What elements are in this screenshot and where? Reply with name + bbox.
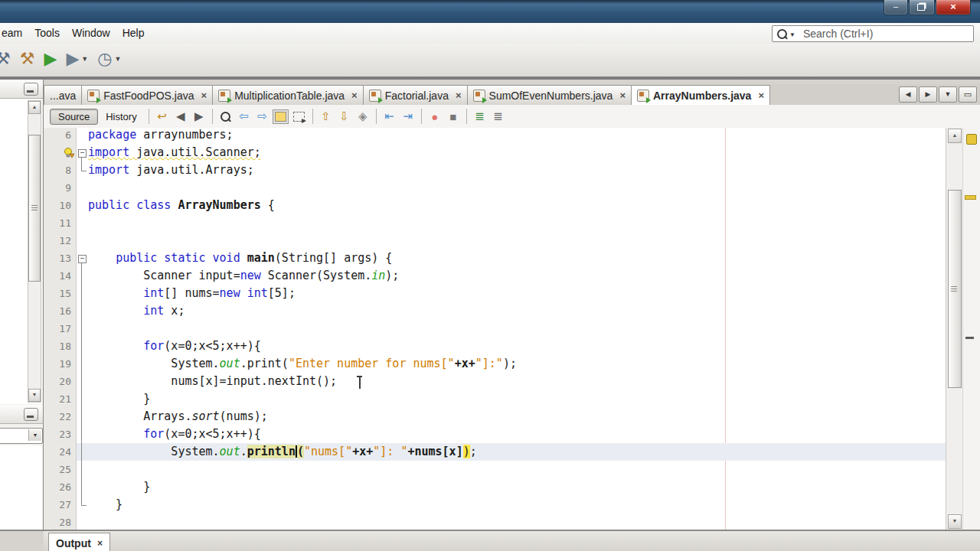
find-previous-icon[interactable]: ⇦ xyxy=(235,107,253,126)
scroll-up-icon[interactable]: ▲ xyxy=(948,129,962,143)
stop-macro-recording-icon[interactable]: ■ xyxy=(444,107,462,126)
code-line[interactable]: 11 xyxy=(44,214,946,232)
code-line[interactable]: 13− public static void main(String[] arg… xyxy=(44,249,946,267)
sidebar-scrollbar[interactable]: ▲ ▼ xyxy=(28,100,41,403)
close-icon[interactable]: × xyxy=(351,90,358,101)
tab-fastfoodpos-java[interactable]: FastFoodPOS.java× xyxy=(82,85,213,106)
source-view-button[interactable]: Source xyxy=(50,109,98,125)
menu-item-team[interactable]: eam xyxy=(0,23,28,39)
close-button[interactable]: × xyxy=(936,0,971,15)
code-line[interactable]: 27 } xyxy=(44,496,946,514)
next-bookmark-icon[interactable]: ⇩ xyxy=(335,107,354,126)
code-line[interactable]: 23 for(x=0;x<5;x++){ xyxy=(44,425,946,443)
code-line[interactable]: 9 xyxy=(44,179,946,197)
fold-collapse-icon[interactable]: − xyxy=(78,149,87,158)
code-line[interactable]: 24 System.out.println("nums["+x+"]: "+nu… xyxy=(44,443,946,461)
previous-bookmark-icon[interactable]: ⇧ xyxy=(317,107,335,126)
dropdown-caret-icon[interactable]: ▼ xyxy=(114,55,121,63)
shift-line-left-icon[interactable]: ⇤ xyxy=(381,107,399,126)
line-number: 13 xyxy=(44,249,76,267)
forward-icon[interactable]: ▶ xyxy=(190,107,208,126)
search-icon[interactable] xyxy=(777,29,787,39)
menu-item-help[interactable]: Help xyxy=(116,23,151,39)
maximize-window-button[interactable]: ▭ xyxy=(959,86,977,103)
fold-collapse-icon[interactable]: − xyxy=(78,255,87,263)
restore-button[interactable] xyxy=(909,0,935,15)
fold-column xyxy=(76,461,88,478)
profile-project-icon[interactable]: ◷▼ xyxy=(93,46,126,72)
scroll-down-icon[interactable]: ▼ xyxy=(948,514,962,529)
start-macro-recording-icon[interactable]: ● xyxy=(426,107,444,126)
error-stripe[interactable] xyxy=(962,128,980,530)
code-line[interactable]: 18 for(x=0;x<5;x++){ xyxy=(44,337,946,355)
last-edit-icon[interactable]: ↩ xyxy=(153,107,172,126)
tab-list-button[interactable]: ▼ xyxy=(939,86,957,103)
menu-item-window[interactable]: Window xyxy=(66,23,116,39)
tab-sumofevennumbers-java[interactable]: SumOfEvenNumbers.java× xyxy=(468,85,632,106)
tab-label: ArrayNumbers.java xyxy=(653,90,751,102)
history-view-button[interactable]: History xyxy=(98,109,144,125)
find-next-icon[interactable]: ⇨ xyxy=(253,107,272,126)
rectangular-selection-icon[interactable] xyxy=(290,107,309,126)
warning-mark[interactable] xyxy=(965,195,976,200)
code-line[interactable]: 15 int[] nums=new int[5]; xyxy=(44,285,946,302)
code-line[interactable]: 28 xyxy=(44,514,946,530)
toggle-highlight-icon[interactable] xyxy=(272,107,290,126)
clean-build-project-icon[interactable]: ⚒ xyxy=(15,46,40,72)
code-line[interactable]: 17 xyxy=(44,320,946,337)
chevron-down-icon[interactable]: ▼ xyxy=(28,429,41,441)
lightbulb-warning-icon[interactable] xyxy=(44,144,76,161)
code-line[interactable]: 20 nums[x]=input.nextInt(); xyxy=(44,373,946,390)
code-text: System.out.println("nums["+x+"]: "+nums[… xyxy=(88,443,477,461)
shift-line-right-icon[interactable]: ⇥ xyxy=(399,107,417,126)
scroll-tabs-right-button[interactable]: ▶ xyxy=(919,86,937,103)
close-icon[interactable]: × xyxy=(201,90,207,101)
code-line[interactable]: 16 int x; xyxy=(44,302,946,320)
run-project-icon[interactable]: ▶ xyxy=(39,46,61,72)
scroll-down-icon[interactable]: ▼ xyxy=(28,389,41,402)
code-line[interactable]: 14 Scanner input=new Scanner(System.in); xyxy=(44,267,946,285)
code-line[interactable]: 8import java.util.Arrays; xyxy=(44,161,946,179)
scrollbar-thumb[interactable] xyxy=(28,135,41,282)
editor-scrollbar[interactable]: ▲ ▼ xyxy=(946,128,963,530)
code-editor[interactable]: 6package arraynumbers;−import java.util.… xyxy=(44,128,980,530)
scrollbar-thumb[interactable] xyxy=(948,190,962,388)
close-icon[interactable]: × xyxy=(97,538,103,549)
build-project-icon[interactable]: ⚒ xyxy=(0,46,15,72)
tab-overflow[interactable]: ...ava xyxy=(44,85,82,106)
minimize-panel-icon[interactable] xyxy=(24,408,38,421)
code-line[interactable]: 21 } xyxy=(44,390,946,408)
code-line[interactable]: 10public class ArrayNumbers { xyxy=(44,197,946,214)
navigator-view-select[interactable]: ▼ xyxy=(0,428,43,444)
code-line[interactable]: 25 xyxy=(44,461,946,478)
find-selection-icon[interactable] xyxy=(217,107,235,126)
minimize-button[interactable]: – xyxy=(884,0,908,15)
tab-output[interactable]: Output × xyxy=(48,533,110,551)
code-line[interactable]: 19 System.out.print("Enter number for nu… xyxy=(44,355,946,373)
tab-multiplicationtable-java[interactable]: MultiplicationTable.java× xyxy=(213,85,364,106)
menu-item-tools[interactable]: Tools xyxy=(28,23,66,39)
goto-bookmark-icon[interactable]: ◈ xyxy=(354,107,372,126)
tab-arraynumbers-java[interactable]: ArrayNumbers.java× xyxy=(632,85,770,106)
code-line[interactable]: 6package arraynumbers; xyxy=(44,128,946,144)
code-line[interactable]: 26 } xyxy=(44,478,946,496)
uncomment-icon[interactable]: ≣ xyxy=(489,107,508,126)
search-dropdown-icon[interactable]: ▼ xyxy=(789,31,795,38)
dropdown-caret-icon[interactable]: ▼ xyxy=(81,55,88,63)
window-titlebar[interactable]: –× xyxy=(0,0,980,23)
tab-factorial-java[interactable]: Factorial.java× xyxy=(364,85,468,106)
code-line[interactable]: −import java.util.Scanner; xyxy=(44,144,946,161)
scroll-tabs-left-button[interactable]: ◀ xyxy=(899,86,917,103)
scroll-up-icon[interactable]: ▲ xyxy=(28,101,41,114)
debug-project-icon[interactable]: ▶▼ xyxy=(61,46,93,72)
close-icon[interactable]: × xyxy=(619,90,626,101)
close-icon[interactable]: × xyxy=(758,90,764,101)
close-icon[interactable]: × xyxy=(456,90,462,101)
back-icon[interactable]: ◀ xyxy=(172,107,190,126)
comment-icon[interactable]: ≣ xyxy=(471,107,489,126)
warning-status-icon[interactable] xyxy=(966,134,977,145)
code-line[interactable]: 12 xyxy=(44,232,946,249)
search-input[interactable]: ▼ Search (Ctrl+I) xyxy=(772,25,974,42)
minimize-panel-icon[interactable] xyxy=(24,83,38,96)
code-line[interactable]: 22 Arrays.sort(nums); xyxy=(44,408,946,425)
